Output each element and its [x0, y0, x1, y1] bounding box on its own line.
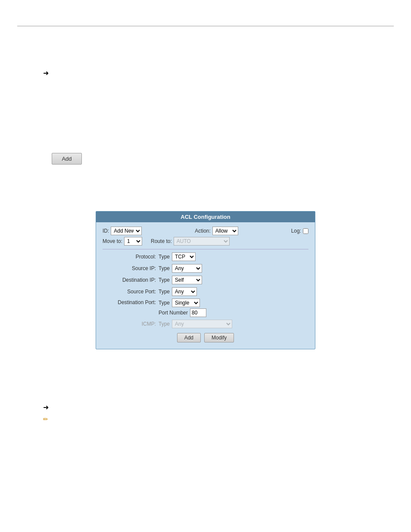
paragraph-16 — [17, 392, 394, 398]
paragraph-14 — [17, 369, 394, 376]
id-select[interactable]: Add New — [111, 227, 142, 235]
source-ip-type-label: Type — [159, 265, 170, 271]
paragraph-10 — [17, 173, 394, 180]
route-to-section: Route to: AUTO — [151, 237, 230, 246]
route-to-label: Route to: — [151, 238, 172, 244]
dest-port-number-input[interactable] — [190, 308, 206, 317]
paragraph-3 — [17, 57, 394, 64]
arrow-right-icon-1: ➜ — [43, 69, 49, 77]
acl-configuration-panel: ACL Configuration ID: Add New Action: — [96, 211, 315, 349]
acl-panel-body: ID: Add New Action: Allow Deny Log: — [96, 222, 315, 349]
source-port-label: Source Port: — [103, 289, 159, 295]
paragraph-15 — [17, 380, 394, 387]
paragraph-11 — [17, 184, 394, 191]
paragraph-7 — [17, 115, 394, 122]
pencil-text — [52, 416, 181, 423]
dest-port-number-row: Port Number — [159, 308, 206, 317]
acl-second-row: Move to: 1 2 3 Route to: AUTO — [103, 237, 308, 246]
pencil-icon: ✏ — [43, 416, 48, 423]
icmp-row: ICMP: Type Any — [103, 319, 308, 329]
paragraph-2 — [17, 46, 394, 53]
page-content: ➜ Add ACL Configuration ID: — [0, 26, 411, 436]
move-to-select[interactable]: 1 2 3 — [124, 237, 142, 246]
protocol-content: Type TCP UDP ICMP Any — [159, 252, 196, 261]
dest-ip-label: Destination IP: — [103, 277, 159, 283]
dest-port-label: Destination Port: — [103, 299, 159, 305]
dest-port-row: Destination Port: Type Single Range Any — [103, 299, 308, 317]
paragraph-12 — [17, 196, 394, 202]
acl-panel-wrapper: ACL Configuration ID: Add New Action: — [17, 211, 394, 349]
dest-ip-type-label: Type — [159, 277, 170, 283]
dest-port-fields: Type Single Range Any Port Number — [159, 299, 206, 317]
log-section: Log: — [291, 228, 308, 234]
pencil-item: ✏ — [43, 416, 394, 423]
source-port-content: Type Any Single Range — [159, 287, 197, 296]
action-label: Action: — [195, 228, 211, 234]
add-button-container: Add — [52, 153, 394, 165]
log-checkbox[interactable] — [303, 228, 308, 234]
protocol-label: Protocol: — [103, 254, 159, 260]
acl-top-row: ID: Add New Action: Allow Deny Log: — [103, 227, 308, 235]
add-button[interactable]: Add — [52, 153, 82, 165]
dest-ip-row: Destination IP: Type Self Any Single Sub… — [103, 275, 308, 285]
dest-ip-select[interactable]: Self Any Single Subnet — [172, 276, 202, 284]
arrow-right-icon-2: ➜ — [43, 403, 49, 411]
source-ip-content: Type Any Single Subnet — [159, 264, 202, 273]
paragraph-8 — [17, 126, 394, 133]
dest-ip-content: Type Self Any Single Subnet — [159, 276, 202, 284]
arrow-item-2-text — [52, 403, 181, 410]
acl-panel-title: ACL Configuration — [96, 212, 315, 222]
icmp-content: Type Any — [159, 320, 232, 328]
move-to-section: Move to: 1 2 3 — [103, 237, 142, 246]
source-port-row: Source Port: Type Any Single Range — [103, 287, 308, 296]
move-to-label: Move to: — [103, 238, 122, 244]
protocol-row: Protocol: Type TCP UDP ICMP Any — [103, 252, 308, 261]
source-port-type-label: Type — [159, 289, 170, 295]
form-section: Protocol: Type TCP UDP ICMP Any — [103, 252, 308, 329]
paragraph-1 — [17, 35, 394, 42]
paragraph-5 — [17, 93, 394, 100]
section-divider — [103, 249, 308, 249]
paragraph-4 — [17, 81, 394, 88]
route-to-select[interactable]: AUTO — [174, 237, 230, 246]
source-ip-select[interactable]: Any Single Subnet — [172, 264, 202, 273]
protocol-type-label: Type — [159, 254, 170, 260]
log-label: Log: — [291, 228, 301, 234]
action-select[interactable]: Allow Deny — [212, 227, 238, 235]
id-section: ID: Add New — [103, 227, 142, 235]
acl-modify-button[interactable]: Modify — [204, 333, 234, 342]
paragraph-13 — [17, 358, 394, 365]
source-ip-row: Source IP: Type Any Single Subnet — [103, 264, 308, 273]
dest-port-type-select[interactable]: Single Range Any — [172, 299, 200, 307]
acl-add-button[interactable]: Add — [177, 333, 201, 342]
id-label: ID: — [103, 228, 109, 234]
icmp-select[interactable]: Any — [172, 320, 232, 328]
icmp-type-label: Type — [159, 321, 170, 327]
source-ip-label: Source IP: — [103, 265, 159, 271]
dest-port-type-row: Type Single Range Any — [159, 299, 206, 307]
action-section: Action: Allow Deny — [195, 227, 238, 235]
dest-port-type-label: Type — [159, 300, 170, 306]
paragraph-9 — [17, 137, 394, 144]
icmp-label: ICMP: — [103, 321, 159, 327]
arrow-item-2: ➜ — [43, 403, 394, 411]
protocol-select[interactable]: TCP UDP ICMP Any — [172, 252, 196, 261]
arrow-item-1-text — [52, 68, 181, 75]
acl-buttons: Add Modify — [103, 333, 308, 345]
paragraph-6 — [17, 104, 394, 111]
dest-port-number-label: Port Number — [159, 310, 188, 316]
arrow-item-1: ➜ — [43, 68, 394, 77]
source-port-select[interactable]: Any Single Range — [172, 287, 197, 296]
